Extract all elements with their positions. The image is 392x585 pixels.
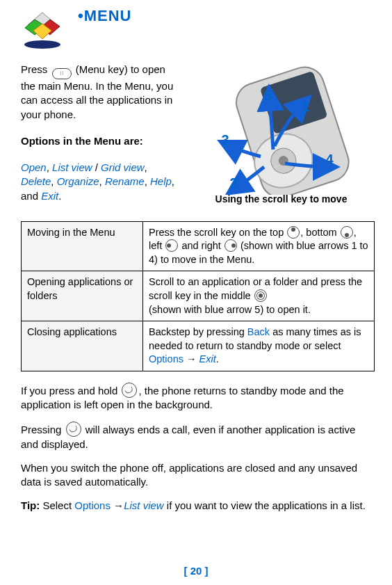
scroll-center-icon xyxy=(254,289,267,302)
app-logo-icon xyxy=(21,7,64,50)
sep: . xyxy=(58,190,61,202)
sep: , xyxy=(47,161,52,173)
body-paragraph-2: Pressing will always ends a call, even i… xyxy=(21,422,375,451)
arrow-num-2: 2 xyxy=(230,175,238,191)
row1-label: Moving in the Menu xyxy=(22,221,143,271)
option-help: Help xyxy=(150,175,172,187)
row1-content: Press the scroll key on the top , bottom… xyxy=(143,221,375,271)
text: Press xyxy=(21,63,51,75)
option-open: Open xyxy=(21,161,47,173)
menu-key-icon: ⁝⁝ xyxy=(52,68,72,79)
sep: , xyxy=(145,175,150,187)
scroll-left-icon xyxy=(165,239,178,252)
option-delete: Delete xyxy=(21,175,51,187)
arrow-icon: → xyxy=(111,499,124,511)
page-number: [ 20 ] xyxy=(0,565,392,577)
sep: , xyxy=(51,175,56,187)
link-list-view: List view xyxy=(124,499,164,511)
end-key-icon xyxy=(66,422,81,437)
row2-content: Scroll to an application or a folder and… xyxy=(143,271,375,321)
sep: / xyxy=(92,161,101,173)
tip-paragraph: Tip: Select Options →List view if you wa… xyxy=(21,499,375,513)
intro-row: Press ⁝⁝ (Menu key) to open the main Men… xyxy=(21,63,375,216)
option-exit: Exit xyxy=(41,190,58,202)
link-options: Options xyxy=(149,353,183,364)
arrow-num-4: 4 xyxy=(326,152,334,168)
option-grid-view: Grid view xyxy=(101,161,145,173)
sep: , xyxy=(145,161,147,173)
link-exit: Exit xyxy=(199,353,216,364)
text: Pressing xyxy=(21,424,65,435)
scroll-top-icon xyxy=(287,226,300,239)
row2-label: Opening applications or folders xyxy=(22,271,143,321)
text: . xyxy=(216,353,219,364)
table-row: Moving in the Menu Press the scroll key … xyxy=(22,221,375,271)
link-options: Options xyxy=(74,499,111,511)
text: if you want to view the applications in … xyxy=(164,499,366,511)
option-rename: Rename xyxy=(105,175,145,187)
table-row: Opening applications or folders Scroll t… xyxy=(22,271,375,321)
menu-instructions-table: Moving in the Menu Press the scroll key … xyxy=(21,221,375,371)
link-back: Back xyxy=(247,326,270,337)
arrow-num-3: 3 xyxy=(222,132,229,148)
row3-label: Closing applications xyxy=(22,321,143,371)
page-title: •MENU xyxy=(78,7,131,25)
text: Select xyxy=(42,499,74,511)
arrow-num-5: 5 xyxy=(265,88,272,104)
options-list: Open, List view / Grid view, Delete, Org… xyxy=(21,161,181,203)
tip-label: Tip: xyxy=(21,499,42,511)
end-key-icon xyxy=(122,383,137,398)
figure-caption: Using the scroll key to move xyxy=(188,193,375,205)
text: Backstep by pressing xyxy=(149,326,247,337)
option-list-view: List view xyxy=(52,161,92,173)
options-heading: Options in the Menu are: xyxy=(21,134,181,148)
body-paragraph-3: When you switch the phone off, applicati… xyxy=(21,461,375,490)
phone-illustration: 1 2 3 4 5 xyxy=(198,63,365,195)
header-row: •MENU xyxy=(21,7,375,50)
option-organize: Organize xyxy=(57,175,99,187)
scroll-key-figure: 1 2 3 4 5 Using the scroll key to move xyxy=(188,63,375,216)
svg-point-0 xyxy=(24,40,60,49)
row3-content: Backstep by pressing Back as many times … xyxy=(143,321,375,371)
text: Press the scroll key on the top xyxy=(149,227,286,238)
arrow-icon: → xyxy=(183,353,199,364)
text: and right xyxy=(179,240,224,251)
text: (shown with blue arrow 5) to open it. xyxy=(149,304,311,315)
intro-paragraph: Press ⁝⁝ (Menu key) to open the main Men… xyxy=(21,63,181,122)
table-row: Closing applications Backstep by pressin… xyxy=(22,321,375,371)
intro-text: Press ⁝⁝ (Menu key) to open the main Men… xyxy=(21,63,181,216)
scroll-bottom-icon xyxy=(341,226,353,239)
arrow-num-1: 1 xyxy=(302,99,310,115)
body-paragraph-1: If you press and hold , the phone return… xyxy=(21,383,375,412)
scroll-right-icon xyxy=(224,239,237,252)
sep: , xyxy=(99,175,105,187)
text: , bottom xyxy=(300,227,339,238)
text: If you press and hold xyxy=(21,385,120,396)
